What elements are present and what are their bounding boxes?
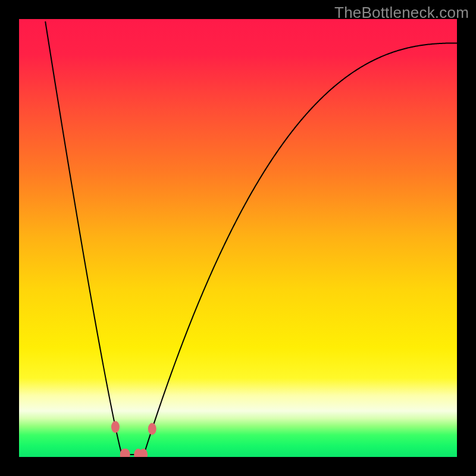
watermark-text: TheBottleneck.com xyxy=(334,4,469,22)
chart-frame: TheBottleneck.com xyxy=(0,0,476,476)
bottleneck-curve xyxy=(19,19,457,457)
curve-marker xyxy=(148,423,156,435)
plot-area xyxy=(19,19,457,457)
curve-marker xyxy=(111,421,120,433)
